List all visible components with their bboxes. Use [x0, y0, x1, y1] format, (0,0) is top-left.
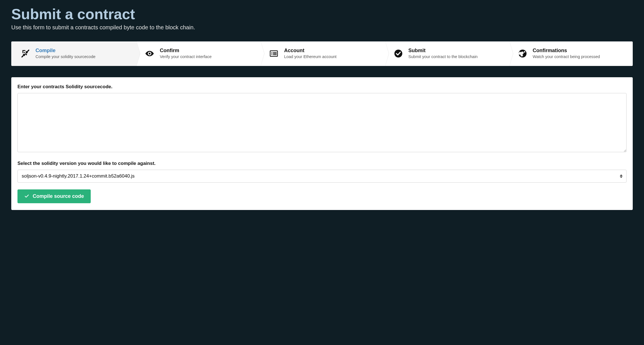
svg-point-13	[524, 51, 525, 53]
page-title: Submit a contract	[11, 6, 633, 23]
wizard-step-desc: Submit your contract to the blockchain	[408, 54, 503, 60]
wizard-step-title: Account	[284, 48, 378, 54]
wizard-step-title: Submit	[408, 48, 503, 54]
wizard-step-desc: Verify your contract interface	[160, 54, 254, 60]
wizard-step-confirmations[interactable]: Confirmations Watch your contract being …	[508, 41, 633, 66]
compile-panel: Enter your contracts Solidity sourcecode…	[11, 77, 633, 210]
wizard-step-compile[interactable]: Compile Compile your solidity sourcecode	[11, 41, 136, 66]
wizard-step-title: Confirmations	[533, 48, 627, 54]
svg-point-7	[272, 53, 272, 54]
compile-button[interactable]: Compile source code	[17, 189, 91, 203]
svg-point-5	[272, 52, 272, 53]
svg-point-9	[272, 54, 272, 55]
svg-marker-1	[24, 52, 25, 53]
wizard-step-title: Confirm	[160, 48, 254, 54]
svg-rect-10	[273, 54, 277, 55]
globe-icon	[518, 48, 528, 59]
svg-point-11	[394, 50, 402, 58]
svg-point-3	[149, 53, 150, 54]
compile-button-label: Compile source code	[33, 193, 84, 199]
list-icon	[269, 48, 279, 59]
sourcecode-label: Enter your contracts Solidity sourcecode…	[17, 84, 627, 90]
page-subtitle: Use this form to submit a contracts comp…	[11, 24, 633, 31]
svg-rect-8	[273, 53, 277, 54]
wizard-step-desc: Load your Ethereum account	[284, 54, 378, 60]
sourcecode-input[interactable]	[17, 93, 627, 152]
svg-marker-2	[26, 54, 27, 55]
version-label: Select the solidity version you would li…	[17, 161, 627, 166]
wizard-step-title: Compile	[35, 48, 130, 54]
wizard-step-account[interactable]: Account Load your Ethereum account	[260, 41, 384, 66]
wizard-step-submit[interactable]: Submit Submit your contract to the block…	[384, 41, 508, 66]
eye-icon	[145, 48, 155, 59]
check-circle-icon	[393, 48, 403, 59]
wizard-step-confirm[interactable]: Confirm Verify your contract interface	[136, 41, 260, 66]
wizard-step-desc: Watch your contract being processed	[533, 54, 627, 60]
svg-rect-6	[273, 52, 277, 53]
compress-icon	[20, 48, 30, 59]
wizard-step-desc: Compile your solidity sourcecode	[35, 54, 130, 60]
check-icon	[24, 194, 29, 199]
wizard-steps: Compile Compile your solidity sourcecode…	[11, 41, 633, 66]
solidity-version-select[interactable]: soljson-v0.4.9-nightly.2017.1.24+commit.…	[17, 170, 627, 183]
